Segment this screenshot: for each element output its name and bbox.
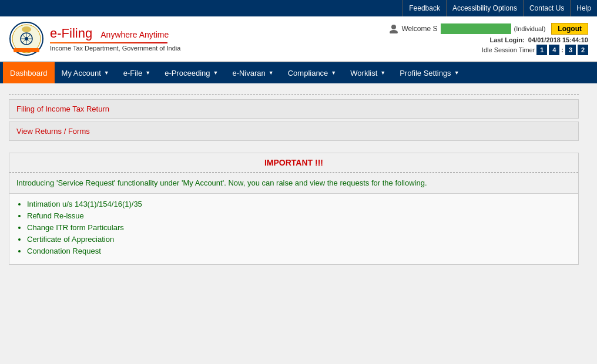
logo-tagline: Anywhere Anytime	[100, 30, 169, 39]
top-utility-bar: Feedback Accessibility Options Contact U…	[0, 0, 597, 16]
timer-digit-4: 2	[578, 45, 588, 55]
top-divider	[9, 94, 579, 95]
timer-digit-2: 4	[549, 45, 559, 55]
filing-section-header[interactable]: Filing of Income Tax Return	[9, 99, 579, 119]
idle-session-label: Idle Session Timer	[482, 46, 535, 53]
logout-button[interactable]: Logout	[551, 23, 588, 35]
nav-arrow-e-file: ▼	[145, 70, 150, 76]
list-item: Intimation u/s 143(1)/154/16(1)/35	[27, 200, 571, 208]
view-returns-section-header[interactable]: View Returns / Forms	[9, 122, 579, 141]
logo-subtitle: Income Tax Department, Government of Ind…	[50, 45, 180, 52]
header: e-Filing Anywhere Anytime Income Tax Dep…	[0, 16, 597, 62]
welcome-row: Welcome S (Individual) Logout	[389, 23, 588, 35]
nav-worklist[interactable]: Worklist ▼	[343, 62, 393, 83]
nav-arrow-profile: ▼	[454, 70, 460, 76]
important-message: Introducing 'Service Request' functional…	[16, 178, 427, 187]
nav-my-account[interactable]: My Account ▼	[55, 62, 116, 83]
nav-e-nivaran[interactable]: e-Nivaran ▼	[225, 62, 280, 83]
emblem-icon	[9, 21, 44, 56]
user-name-bar	[441, 23, 511, 34]
user-icon	[389, 24, 398, 33]
nav-dashboard[interactable]: Dashboard	[3, 62, 55, 83]
nav-arrow-e-nivaran: ▼	[269, 70, 274, 76]
list-item: Change ITR form Particulars	[27, 223, 571, 232]
nav-arrow-my-account: ▼	[104, 70, 109, 76]
individual-tag: (Individual)	[514, 25, 546, 32]
user-info-section: Welcome S (Individual) Logout Last Login…	[380, 16, 597, 61]
contact-us-link[interactable]: Contact Us	[523, 0, 570, 16]
nav-e-file[interactable]: e-File ▼	[116, 62, 157, 83]
svg-point-10	[391, 25, 396, 29]
filing-link[interactable]: Filing of Income Tax Return	[16, 105, 109, 113]
nav-arrow-compliance: ▼	[331, 70, 336, 76]
logo-title: e-Filing Anywhere Anytime	[50, 26, 180, 41]
nav-compliance[interactable]: Compliance ▼	[281, 62, 344, 83]
top-bar-links: Feedback Accessibility Options Contact U…	[403, 0, 597, 16]
list-item: Condonation Request	[27, 247, 571, 255]
important-body: Introducing 'Service Request' functional…	[9, 173, 578, 194]
help-link[interactable]: Help	[570, 0, 597, 16]
logo-section: e-Filing Anywhere Anytime Income Tax Dep…	[0, 16, 380, 61]
accessibility-link[interactable]: Accessibility Options	[446, 0, 523, 16]
session-timer-row: Idle Session Timer 1 4 : 3 2	[482, 45, 588, 55]
logo-underline	[50, 42, 167, 43]
list-item: Refund Re-issue	[27, 211, 571, 220]
svg-point-8	[22, 26, 31, 32]
nav-e-proceeding[interactable]: e-Proceeding ▼	[157, 62, 225, 83]
main-nav: Dashboard My Account ▼ e-File ▼ e-Procee…	[0, 62, 597, 83]
feedback-link[interactable]: Feedback	[403, 0, 446, 16]
nav-arrow-worklist: ▼	[380, 70, 385, 76]
view-returns-link[interactable]: View Returns / Forms	[16, 127, 90, 136]
svg-rect-9	[14, 48, 39, 52]
important-title: IMPORTANT !!!	[9, 153, 578, 173]
nav-arrow-e-proceeding: ▼	[213, 70, 219, 76]
important-box: IMPORTANT !!! Introducing 'Service Reque…	[9, 153, 579, 265]
important-list: Intimation u/s 143(1)/154/16(1)/35 Refun…	[9, 194, 578, 264]
main-content: Filing of Income Tax Return View Returns…	[0, 83, 588, 271]
nav-profile-settings[interactable]: Profile Settings ▼	[393, 62, 466, 83]
timer-colon: :	[561, 46, 564, 53]
timer-digit-3: 3	[565, 45, 576, 55]
svg-point-11	[390, 30, 398, 33]
logo-text: e-Filing Anywhere Anytime Income Tax Dep…	[50, 26, 180, 52]
last-login-row: Last Login: 04/01/2018 15:44:10	[490, 36, 589, 43]
welcome-text: Welcome S	[401, 25, 437, 33]
list-item: Certificate of Appreciation	[27, 235, 571, 244]
last-login-value: 04/01/2018 15:44:10	[528, 36, 588, 43]
timer-digit-1: 1	[536, 45, 547, 55]
